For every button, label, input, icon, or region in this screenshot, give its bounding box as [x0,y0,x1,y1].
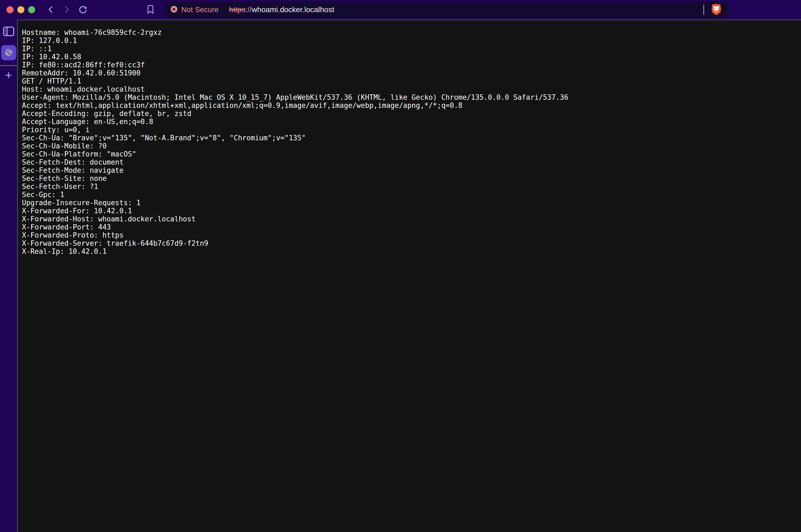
response-line: IP: ::1 [22,44,801,53]
response-line: Sec-Ch-Ua-Mobile: ?0 [22,142,801,150]
response-line: Sec-Ch-Ua-Platform: "macOS" [22,150,801,158]
maximize-button[interactable] [28,6,35,13]
response-line: IP: 127.0.0.1 [22,37,801,44]
reload-button[interactable] [77,4,89,16]
address-bar[interactable]: Not Secure https://whoami.docker.localho… [165,2,728,18]
response-line: Priority: u=0, i [22,126,801,134]
window-controls [6,6,35,13]
response-line: Hostname: whoami-76c9859cfc-2rgxz [22,28,801,37]
response-line: User-Agent: Mozilla/5.0 (Macintosh; Inte… [22,93,801,101]
reload-icon [78,5,87,15]
browser-toolbar: Not Secure https://whoami.docker.localho… [0,0,801,19]
back-icon [46,5,55,15]
response-line: RemoteAddr: 10.42.0.60:51900 [22,69,801,77]
response-line: Sec-Fetch-Dest: document [22,158,801,166]
sidebar-toggle-button[interactable] [3,26,14,37]
forward-button[interactable] [61,4,73,16]
url-text: https://whoami.docker.localhost [229,5,334,14]
site-security-chip[interactable]: Not Secure [170,5,219,14]
response-line: IP: fe80::acd2:86ff:fef0:cc3f [22,61,801,69]
bookmark-icon [146,5,154,15]
close-button[interactable] [6,6,14,13]
response-line: Host: whoami.docker.localhost [22,85,801,93]
response-line: Sec-Ch-Ua: "Brave";v="135", "Not-A.Brand… [22,134,801,142]
page-content[interactable]: Hostname: whoami-76c9859cfc-2rgxzIP: 127… [18,19,801,532]
brave-shields-button[interactable] [711,3,722,17]
browser-window: Not Secure https://whoami.docker.localho… [0,0,801,532]
vertical-tabs-sidebar: + [0,19,18,532]
window-body: + Hostname: whoami-76c9859cfc-2rgxzIP: 1… [0,19,801,532]
url-scheme: https [229,5,245,14]
response-line: Accept: text/html,application/xhtml+xml,… [22,101,801,110]
response-line: X-Forwarded-Proto: https [22,231,801,239]
response-line: Upgrade-Insecure-Requests: 1 [22,199,801,207]
response-line: IP: 10.42.0.58 [22,53,801,61]
active-tab-whoami[interactable] [1,45,16,60]
minimize-button[interactable] [17,6,24,13]
back-button[interactable] [44,4,57,16]
address-bar-right [703,3,723,17]
response-line: GET / HTTP/1.1 [22,77,801,85]
response-line: Accept-Language: en-US,en;q=0.8 [22,118,801,126]
response-line: Sec-Fetch-User: ?1 [22,183,801,191]
response-line: X-Real-Ip: 10.42.0.1 [22,247,801,255]
response-line: Sec-Gpc: 1 [22,191,801,199]
response-line: X-Forwarded-For: 10.42.0.1 [22,207,801,215]
response-line: Accept-Encoding: gzip, deflate, br, zstd [22,110,801,118]
url-bar-divider [703,5,704,15]
response-line: Sec-Fetch-Site: none [22,174,801,183]
not-secure-octagon-icon [170,5,178,14]
sidebar-panel-icon [3,26,14,37]
sidebar-divider [0,65,17,66]
new-tab-button[interactable]: + [5,69,12,82]
not-secure-label: Not Secure [181,6,219,14]
response-line: X-Forwarded-Host: whoami.docker.localhos… [22,215,801,223]
url-host: whoami.docker.localhost [252,5,334,14]
response-line: X-Forwarded-Port: 443 [22,223,801,231]
whoami-response: Hostname: whoami-76c9859cfc-2rgxzIP: 127… [22,28,801,255]
response-line: Sec-Fetch-Mode: navigate [22,166,801,174]
response-line: X-Forwarded-Server: traefik-644b7c67d9-f… [22,239,801,247]
brave-lion-icon [711,3,722,17]
url-separator: :// [245,5,252,14]
globe-icon [4,48,14,58]
bookmark-button[interactable] [145,4,157,16]
forward-icon [62,5,71,15]
